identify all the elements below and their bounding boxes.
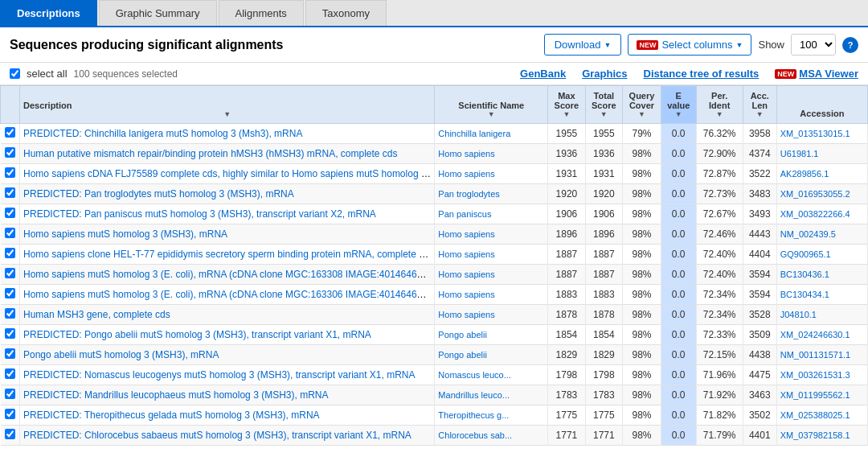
description-link[interactable]: PREDICTED: Mandrillus leucophaeus mutS h…: [23, 389, 328, 401]
row-checkbox-cell: [1, 144, 20, 164]
accession-link[interactable]: NM_002439.5: [780, 229, 836, 239]
col-header-total-score[interactable]: TotalScore ▼: [585, 86, 622, 124]
row-checkbox[interactable]: [5, 429, 15, 439]
row-checkbox-cell: [1, 365, 20, 385]
sci-name-link[interactable]: Chlorocebus sab...: [438, 430, 512, 440]
row-checkbox[interactable]: [5, 248, 15, 258]
results-table-wrapper: Description ▼ Scientific Name ▼ MaxScore…: [0, 85, 868, 446]
sci-name-link[interactable]: Pan troglodytes: [438, 189, 499, 199]
accession-link[interactable]: XM_016953055.2: [780, 189, 850, 199]
tab-alignments[interactable]: Alignments: [219, 0, 304, 26]
sci-name-link[interactable]: Pongo abelii: [438, 330, 487, 339]
description-link[interactable]: PREDICTED: Pan troglodytes mutS homolog …: [23, 188, 294, 200]
msa-viewer-link[interactable]: MSA Viewer: [799, 68, 858, 80]
tab-taxonomy[interactable]: Taxonomy: [305, 0, 387, 26]
msa-new-badge: NEW: [775, 69, 796, 79]
graphics-link[interactable]: Graphics: [582, 68, 627, 80]
accession-link[interactable]: XM_011995562.1: [780, 390, 850, 400]
description-link[interactable]: Homo sapiens mutS homolog 3 (E. coli), m…: [23, 269, 435, 280]
description-link[interactable]: Homo sapiens clone HEL-T-77 epididymis s…: [23, 249, 434, 260]
row-checkbox[interactable]: [5, 127, 15, 138]
row-checkbox[interactable]: [5, 348, 15, 359]
row-checkbox[interactable]: [5, 208, 15, 218]
download-button[interactable]: Download ▼: [544, 34, 622, 56]
row-checkbox[interactable]: [5, 409, 15, 419]
row-checkbox[interactable]: [5, 328, 15, 339]
select-all-checkbox[interactable]: [10, 68, 20, 79]
accession-link[interactable]: J04810.1: [780, 310, 817, 319]
show-select[interactable]: 100 10 20 50 200: [791, 34, 836, 56]
sci-name-link[interactable]: Pan paniscus: [438, 209, 491, 219]
description-link[interactable]: PREDICTED: Chlorocebus sabaeus mutS homo…: [23, 430, 411, 441]
accession-link[interactable]: AK289856.1: [780, 169, 829, 179]
col-header-per-ident[interactable]: Per.Ident ▼: [696, 86, 743, 124]
sci-name-link[interactable]: Homo sapiens: [438, 229, 494, 239]
description-link[interactable]: Homo sapiens cDNA FLJ75589 complete cds,…: [23, 168, 435, 179]
row-checkbox[interactable]: [5, 147, 15, 158]
row-checkbox[interactable]: [5, 389, 15, 399]
description-link[interactable]: Human MSH3 gene, complete cds: [23, 309, 170, 320]
col-header-query-cover[interactable]: QueryCover ▼: [623, 86, 661, 124]
row-checkbox[interactable]: [5, 268, 15, 278]
sci-name-link[interactable]: Homo sapiens: [438, 290, 494, 299]
row-checkbox[interactable]: [5, 308, 15, 319]
row-description: Homo sapiens cDNA FLJ75589 complete cds,…: [20, 164, 435, 184]
row-checkbox[interactable]: [5, 167, 15, 178]
description-link[interactable]: PREDICTED: Pongo abelii mutS homolog 3 (…: [23, 329, 371, 340]
accession-link[interactable]: BC130434.1: [780, 290, 829, 299]
description-link[interactable]: Human putative mismatch repair/binding p…: [23, 148, 398, 159]
description-link[interactable]: PREDICTED: Pan paniscus mutS homolog 3 (…: [23, 208, 376, 220]
accession-link[interactable]: XM_024246630.1: [780, 330, 850, 339]
description-link[interactable]: PREDICTED: Chinchilla lanigera mutS homo…: [23, 128, 302, 139]
accession-link[interactable]: GQ900965.1: [780, 249, 831, 259]
tab-graphic-summary[interactable]: Graphic Summary: [99, 0, 217, 26]
description-link[interactable]: Homo sapiens mutS homolog 3 (MSH3), mRNA: [23, 228, 227, 240]
sci-name-link[interactable]: Theropithecus g...: [438, 410, 509, 420]
row-acc-len: 4374: [743, 144, 776, 164]
sci-name-link[interactable]: Mandrillus leuco...: [438, 390, 510, 400]
sci-name-link[interactable]: Nomascus leuco...: [438, 370, 510, 380]
row-description: Human putative mismatch repair/binding p…: [20, 144, 435, 164]
row-e-value: 0.0: [661, 204, 696, 224]
table-row: PREDICTED: Pongo abelii mutS homolog 3 (…: [1, 325, 868, 345]
row-checkbox[interactable]: [5, 368, 15, 379]
row-description: Homo sapiens mutS homolog 3 (MSH3), mRNA: [20, 224, 435, 245]
row-checkbox[interactable]: [5, 187, 15, 198]
help-button[interactable]: ?: [842, 37, 858, 53]
row-checkbox[interactable]: [5, 288, 15, 298]
accession-link[interactable]: XM_037982158.1: [780, 430, 850, 440]
sci-name-link[interactable]: Homo sapiens: [438, 169, 494, 179]
description-link[interactable]: Homo sapiens mutS homolog 3 (E. coli), m…: [23, 289, 435, 300]
accession-link[interactable]: XM_003261531.3: [780, 370, 850, 380]
accession-link[interactable]: U61981.1: [780, 149, 819, 158]
sci-name-link[interactable]: Pongo abelii: [438, 350, 487, 360]
sci-name-link[interactable]: Homo sapiens: [438, 249, 494, 259]
accession-link[interactable]: XM_025388025.1: [780, 410, 850, 420]
description-link[interactable]: Pongo abelii mutS homolog 3 (MSH3), mRNA: [23, 349, 219, 360]
description-link[interactable]: PREDICTED: Nomascus leucogenys mutS homo…: [23, 369, 416, 381]
tab-descriptions[interactable]: Descriptions: [0, 0, 97, 26]
sci-name-link[interactable]: Homo sapiens: [438, 149, 494, 158]
sci-name-link[interactable]: Homo sapiens: [438, 310, 494, 319]
select-columns-button[interactable]: NEW Select columns ▼: [628, 34, 751, 56]
sci-name-link[interactable]: Chinchilla lanigera: [438, 129, 510, 138]
row-scientific-name: Homo sapiens: [435, 144, 548, 164]
row-description: Homo sapiens clone HEL-T-77 epididymis s…: [20, 245, 435, 265]
distance-tree-link[interactable]: Distance tree of results: [644, 68, 760, 80]
col-header-scientific-name[interactable]: Scientific Name ▼: [435, 86, 548, 124]
col-header-e-value[interactable]: Evalue ▼: [661, 86, 696, 124]
genbank-link[interactable]: GenBank: [520, 68, 566, 80]
accession-link[interactable]: XM_003822266.4: [780, 209, 850, 219]
row-e-value: 0.0: [661, 365, 696, 385]
col-header-max-score[interactable]: MaxScore ▼: [548, 86, 585, 124]
accession-link[interactable]: NM_001131571.1: [780, 350, 850, 360]
col-header-description[interactable]: Description ▼: [20, 86, 435, 124]
row-e-value: 0.0: [661, 124, 696, 144]
col-header-acc-len[interactable]: Acc.Len ▼: [743, 86, 776, 124]
accession-link[interactable]: BC130436.1: [780, 270, 829, 279]
sci-name-link[interactable]: Homo sapiens: [438, 270, 494, 279]
row-total-score: 1955: [585, 124, 622, 144]
row-checkbox[interactable]: [5, 228, 15, 238]
description-link[interactable]: PREDICTED: Theropithecus gelada mutS hom…: [23, 409, 320, 421]
accession-link[interactable]: XM_013513015.1: [780, 129, 850, 138]
